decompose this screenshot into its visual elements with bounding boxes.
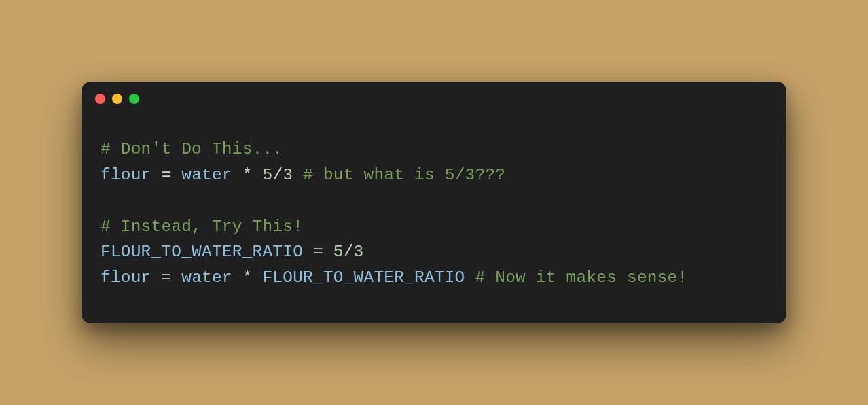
code-operator: * — [232, 268, 263, 287]
code-content: # Don't Do This... flour = water * 5/3 #… — [82, 104, 786, 324]
code-comment: # Don't Do This... — [101, 140, 283, 158]
code-operator: = — [303, 243, 333, 261]
code-variable: water — [181, 268, 232, 287]
code-number: 5 — [262, 166, 272, 184]
code-operator: / — [344, 243, 354, 261]
code-variable: flour — [101, 268, 151, 287]
maximize-icon[interactable] — [129, 94, 139, 104]
code-variable: FLOUR_TO_WATER_RATIO — [101, 243, 303, 261]
code-space — [293, 166, 303, 184]
code-comment: # Instead, Try This! — [101, 217, 303, 236]
code-variable: flour — [101, 166, 151, 184]
minimize-icon[interactable] — [112, 94, 122, 104]
code-operator: / — [272, 166, 283, 184]
code-operator: = — [151, 268, 182, 287]
code-number: 3 — [354, 243, 364, 261]
code-comment: # but what is 5/3??? — [303, 166, 505, 184]
code-variable: water — [181, 166, 232, 184]
code-window: # Don't Do This... flour = water * 5/3 #… — [82, 82, 786, 324]
close-icon[interactable] — [95, 94, 105, 104]
code-operator: = — [151, 166, 182, 184]
code-number: 3 — [283, 166, 293, 184]
code-variable: FLOUR_TO_WATER_RATIO — [262, 268, 465, 287]
code-comment: # Now it makes sense! — [475, 268, 687, 287]
code-space — [465, 268, 475, 287]
code-number: 5 — [333, 243, 344, 261]
window-titlebar — [82, 82, 786, 104]
code-operator: * — [232, 166, 263, 184]
